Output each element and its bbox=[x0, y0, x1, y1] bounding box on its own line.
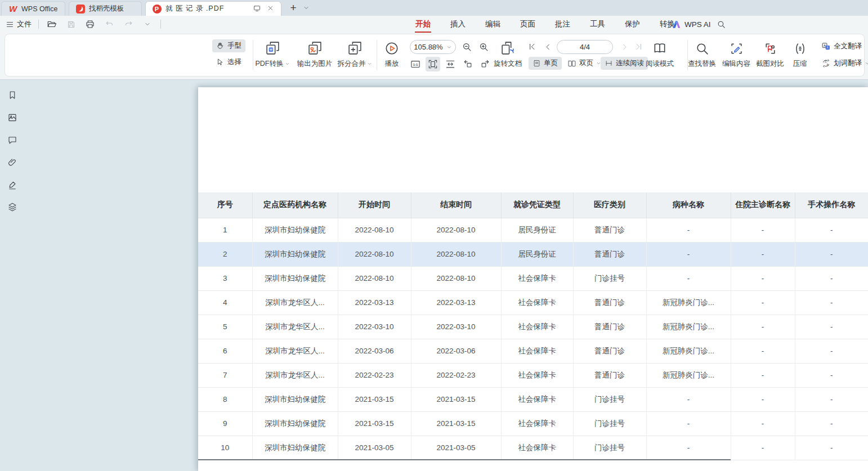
find-replace-icon bbox=[695, 42, 709, 56]
new-tab-button[interactable]: + bbox=[286, 0, 301, 16]
table-cell: - bbox=[731, 218, 795, 242]
menu-item-插入[interactable]: 插入 bbox=[448, 18, 468, 30]
undo-icon[interactable] bbox=[103, 18, 115, 30]
table-cell: - bbox=[731, 436, 795, 460]
fit-page-button[interactable] bbox=[426, 57, 440, 71]
table-cell: 2021-03-15 bbox=[338, 411, 411, 436]
fit-width-button[interactable] bbox=[443, 57, 458, 71]
rotate-left-icon bbox=[462, 59, 473, 70]
menu-item-批注[interactable]: 批注 bbox=[552, 18, 573, 30]
file-menu-button[interactable]: 文件 bbox=[6, 19, 32, 29]
tab-list-chevron-icon[interactable] bbox=[301, 0, 312, 16]
svg-text:A: A bbox=[826, 63, 829, 66]
table-cell: 2021-03-15 bbox=[411, 387, 501, 411]
select-tool-button[interactable]: 选择 bbox=[212, 56, 245, 69]
table-row[interactable]: 3深圳市妇幼保健院2022-08-102022-08-10社会保障卡门诊挂号--… bbox=[198, 266, 868, 290]
split-merge-button[interactable]: 拆分合并 bbox=[332, 38, 378, 69]
compress-icon bbox=[793, 42, 807, 56]
table-cell: 普通门诊 bbox=[573, 339, 646, 363]
rotate-document-button[interactable]: 旋转文档 bbox=[489, 38, 526, 69]
file-menu-label: 文件 bbox=[17, 19, 32, 29]
table-cell: 2022-08-10 bbox=[411, 266, 501, 290]
table-cell: 社会保障卡 bbox=[501, 436, 573, 460]
first-page-icon[interactable] bbox=[526, 41, 538, 52]
table-row[interactable]: 8深圳市妇幼保健院2021-03-152021-03-15社会保障卡门诊挂号--… bbox=[198, 387, 868, 411]
compress-button[interactable]: 压缩 bbox=[788, 38, 812, 69]
signature-icon[interactable] bbox=[7, 180, 18, 191]
column-header: 病种名称 bbox=[646, 192, 731, 218]
pdf-page[interactable]: 序号定点医药机构名称开始时间结束时间就诊凭证类型医疗类别病种名称住院主诊断名称手… bbox=[198, 87, 868, 471]
table-cell: - bbox=[646, 387, 731, 411]
table-row[interactable]: 2深圳市妇幼保健院2022-08-102022-08-10居民身份证普通门诊--… bbox=[198, 242, 868, 266]
table-row[interactable]: 6深圳市龙华区人...2022-03-062022-03-06社会保障卡普通门诊… bbox=[198, 339, 868, 363]
tab-docer-templates[interactable]: 找稻壳模板 bbox=[69, 1, 142, 16]
rotate-left-button[interactable] bbox=[460, 57, 475, 71]
table-cell: 社会保障卡 bbox=[501, 339, 573, 363]
print-icon[interactable] bbox=[84, 18, 96, 30]
hand-tool-button[interactable]: 手型 bbox=[212, 39, 245, 52]
single-page-button[interactable]: 单页 bbox=[529, 57, 562, 70]
pdf-convert-button[interactable]: W PDF转换 bbox=[250, 38, 294, 69]
undo-redo-chevron-icon[interactable] bbox=[141, 18, 154, 30]
save-icon[interactable] bbox=[65, 18, 77, 30]
edit-content-button[interactable]: 编辑内容 bbox=[718, 38, 754, 69]
select-tool-label: 选择 bbox=[227, 57, 241, 67]
table-cell: 1 bbox=[198, 218, 252, 242]
attachment-icon[interactable] bbox=[7, 157, 18, 168]
layers-icon[interactable] bbox=[7, 201, 18, 213]
chevron-down-icon bbox=[446, 44, 452, 50]
table-row[interactable]: 9深圳市妇幼保健院2021-03-152021-03-15社会保障卡门诊挂号--… bbox=[198, 411, 868, 436]
table-cell: 社会保障卡 bbox=[501, 266, 573, 290]
tab-wps-office[interactable]: W WPS Office bbox=[1, 1, 65, 16]
table-cell: - bbox=[731, 290, 795, 315]
table-row[interactable]: 4深圳市龙华区人...2022-03-132022-03-13社会保障卡普通门诊… bbox=[198, 290, 868, 315]
zoom-level-select[interactable]: 105.88% bbox=[410, 40, 456, 54]
open-file-icon[interactable] bbox=[46, 18, 58, 30]
comment-icon[interactable] bbox=[7, 134, 18, 146]
cursor-icon bbox=[216, 58, 225, 66]
screenshot-compare-button[interactable]: 截图对比 bbox=[752, 38, 788, 69]
wps-ai-button[interactable]: WPS AI bbox=[672, 16, 711, 33]
single-page-label: 单页 bbox=[544, 59, 558, 68]
table-row[interactable]: 1深圳市妇幼保健院2022-08-102022-08-10居民身份证普通门诊--… bbox=[198, 218, 868, 242]
tab-label: 就 医 记 录 .PDF bbox=[165, 4, 224, 14]
thumbnail-icon[interactable] bbox=[7, 112, 18, 123]
wps-ai-logo-icon bbox=[672, 20, 681, 29]
ribbon-strip: 手型 选择 W bbox=[0, 33, 868, 79]
full-text-translate-button[interactable]: A 文 全文翻译 bbox=[817, 40, 866, 53]
actual-size-button[interactable]: 1:1 bbox=[408, 57, 423, 71]
table-cell: 门诊挂号 bbox=[573, 436, 646, 460]
find-replace-button[interactable]: 查找替换 bbox=[684, 38, 720, 69]
hand-icon bbox=[216, 42, 225, 50]
close-tab-icon[interactable] bbox=[267, 5, 274, 14]
next-page-icon[interactable] bbox=[619, 41, 630, 52]
table-cell: - bbox=[731, 242, 795, 266]
read-mode-label: 阅读模式 bbox=[646, 59, 674, 69]
menu-item-保护[interactable]: 保护 bbox=[622, 18, 643, 30]
table-cell: 2 bbox=[198, 242, 252, 266]
menu-item-工具[interactable]: 工具 bbox=[587, 18, 608, 30]
table-cell: 深圳市妇幼保健院 bbox=[252, 242, 338, 266]
word-translate-button[interactable]: 文 A 划词翻译 bbox=[817, 57, 868, 70]
menu-item-开始[interactable]: 开始 bbox=[413, 18, 433, 30]
menu-item-页面[interactable]: 页面 bbox=[517, 18, 538, 30]
play-button[interactable]: 播放 bbox=[381, 38, 403, 69]
table-row[interactable]: 7深圳市龙华区人...2022-02-232022-02-23社会保障卡普通门诊… bbox=[198, 363, 868, 387]
medical-records-table: 序号定点医药机构名称开始时间结束时间就诊凭证类型医疗类别病种名称住院主诊断名称手… bbox=[198, 192, 868, 460]
page-number-input[interactable] bbox=[557, 40, 613, 54]
bookmark-icon[interactable] bbox=[7, 89, 18, 101]
continuous-reading-icon bbox=[605, 59, 613, 68]
read-mode-button[interactable]: 阅读模式 bbox=[641, 38, 678, 69]
menu-search-icon[interactable] bbox=[715, 18, 727, 30]
double-page-button[interactable]: 双页 bbox=[563, 57, 605, 70]
menu-item-编辑[interactable]: 编辑 bbox=[482, 18, 503, 30]
zoom-out-icon[interactable] bbox=[461, 41, 472, 52]
table-cell: 门诊挂号 bbox=[573, 266, 646, 290]
table-row[interactable]: 10深圳市妇幼保健院2021-03-052021-03-05社会保障卡门诊挂号-… bbox=[198, 436, 868, 460]
redo-icon[interactable] bbox=[122, 18, 135, 30]
zoom-in-icon[interactable] bbox=[478, 41, 489, 52]
table-row[interactable]: 5深圳市龙华区人...2022-03-102022-03-10社会保障卡普通门诊… bbox=[198, 315, 868, 339]
tab-document-pdf[interactable]: P 就 医 记 录 .PDF bbox=[145, 1, 281, 16]
previous-page-icon[interactable] bbox=[542, 41, 553, 52]
present-to-screen-icon[interactable] bbox=[253, 4, 261, 14]
